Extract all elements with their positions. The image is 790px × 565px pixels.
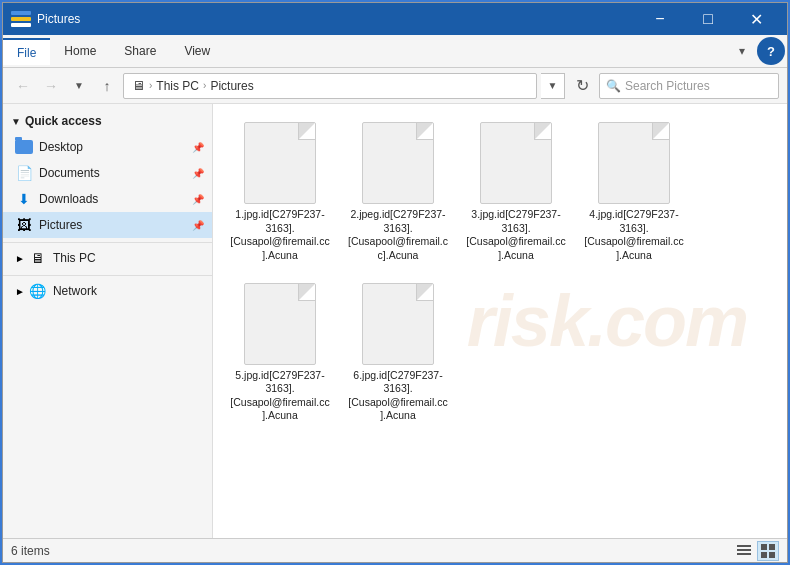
sidebar: ▼ Quick access Desktop 📌 📄 Documents 📌 [3, 104, 213, 538]
sidebar-divider-1 [3, 242, 212, 243]
file-icon [362, 122, 434, 204]
file-name: 6.jpg.id[C279F237-3163].[Cusapol@firemai… [347, 369, 449, 424]
desktop-label: Desktop [39, 140, 188, 154]
network-label: Network [53, 284, 204, 298]
address-dropdown-button[interactable]: ▼ [541, 73, 565, 99]
maximize-button[interactable]: □ [685, 3, 731, 35]
sidebar-item-pictures[interactable]: 🖼 Pictures 📌 [3, 212, 212, 238]
explorer-window: Pictures − □ ✕ File Home Share View ▾ ? … [2, 2, 788, 563]
pin-icon-4: 📌 [192, 220, 204, 231]
svg-rect-4 [769, 544, 775, 550]
view-buttons [733, 541, 779, 561]
back-button[interactable]: ← [11, 74, 35, 98]
svg-rect-5 [761, 552, 767, 558]
sidebar-section-this-pc: ► 🖥 This PC [3, 245, 212, 271]
sidebar-item-network[interactable]: ► 🌐 Network [3, 278, 212, 304]
main-content: ▼ Quick access Desktop 📌 📄 Documents 📌 [3, 104, 787, 538]
title-bar: Pictures − □ ✕ [3, 3, 787, 35]
file-item[interactable]: 1.jpg.id[C279F237-3163].[Cusapol@firemai… [225, 116, 335, 269]
svg-rect-0 [737, 545, 751, 547]
pin-icon-3: 📌 [192, 194, 204, 205]
file-item[interactable]: 2.jpeg.id[C279F237-3163].[Cusapool@firem… [343, 116, 453, 269]
pictures-icon: 🖼 [15, 216, 33, 234]
grid-view-icon [761, 544, 775, 558]
tab-share[interactable]: Share [110, 37, 170, 65]
file-icon [480, 122, 552, 204]
file-icon [244, 122, 316, 204]
list-view-button[interactable] [733, 541, 755, 561]
svg-rect-6 [769, 552, 775, 558]
file-icon [598, 122, 670, 204]
path-pictures[interactable]: Pictures [210, 79, 253, 93]
title-bar-controls: − □ ✕ [637, 3, 779, 35]
desktop-icon [15, 138, 33, 156]
downloads-label: Downloads [39, 192, 188, 206]
close-button[interactable]: ✕ [733, 3, 779, 35]
downloads-icon: ⬇ [15, 190, 33, 208]
svg-rect-1 [737, 549, 751, 551]
item-count: 6 items [11, 544, 50, 558]
pin-icon: 📌 [192, 142, 204, 153]
file-name: 5.jpg.id[C279F237-3163].[Cusapol@firemai… [229, 369, 331, 424]
sidebar-section-network: ► 🌐 Network [3, 278, 212, 304]
help-button[interactable]: ? [757, 37, 785, 65]
file-item[interactable]: 6.jpg.id[C279F237-3163].[Cusapol@firemai… [343, 277, 453, 430]
ribbon: File Home Share View ▾ ? [3, 35, 787, 68]
ribbon-tabs: File Home Share View [3, 37, 224, 65]
file-name: 2.jpeg.id[C279F237-3163].[Cusapool@firem… [347, 208, 449, 263]
sidebar-item-documents[interactable]: 📄 Documents 📌 [3, 160, 212, 186]
this-pc-label: This PC [53, 251, 204, 265]
pictures-label: Pictures [39, 218, 188, 232]
file-item[interactable]: 3.jpg.id[C279F237-3163].[Cusapol@firemai… [461, 116, 571, 269]
file-name: 4.jpg.id[C279F237-3163].[Cusapol@firemai… [583, 208, 685, 263]
list-view-icon [737, 544, 751, 558]
path-root-icon: 🖥 [132, 78, 145, 93]
grid-view-button[interactable] [757, 541, 779, 561]
file-icon [362, 283, 434, 365]
documents-icon: 📄 [15, 164, 33, 182]
up-button[interactable]: ↑ [95, 74, 119, 98]
refresh-button[interactable]: ↻ [569, 73, 595, 99]
file-name: 3.jpg.id[C279F237-3163].[Cusapol@firemai… [465, 208, 567, 263]
documents-label: Documents [39, 166, 188, 180]
file-item[interactable]: 4.jpg.id[C279F237-3163].[Cusapol@firemai… [579, 116, 689, 269]
sidebar-item-this-pc[interactable]: ► 🖥 This PC [3, 245, 212, 271]
file-area: risk.com 1.jpg.id[C279F237-3163].[Cusapo… [213, 104, 787, 538]
tab-home[interactable]: Home [50, 37, 110, 65]
title-bar-icon [11, 11, 31, 27]
path-this-pc[interactable]: This PC [156, 79, 199, 93]
quick-access-label: Quick access [25, 114, 102, 128]
tab-view[interactable]: View [170, 37, 224, 65]
this-pc-icon: 🖥 [29, 249, 47, 267]
sidebar-divider-2 [3, 275, 212, 276]
search-placeholder-text: Search Pictures [625, 79, 772, 93]
minimize-button[interactable]: − [637, 3, 683, 35]
search-icon: 🔍 [606, 79, 621, 93]
svg-rect-2 [737, 553, 751, 555]
svg-rect-3 [761, 544, 767, 550]
status-bar: 6 items [3, 538, 787, 562]
tab-file[interactable]: File [3, 38, 50, 65]
sidebar-item-downloads[interactable]: ⬇ Downloads 📌 [3, 186, 212, 212]
window-title: Pictures [37, 12, 637, 26]
search-box[interactable]: 🔍 Search Pictures [599, 73, 779, 99]
quick-access-header[interactable]: ▼ Quick access [3, 108, 212, 134]
ribbon-expand-button[interactable]: ▾ [729, 44, 755, 58]
sidebar-section-quick-access: ▼ Quick access Desktop 📌 📄 Documents 📌 [3, 108, 212, 238]
address-bar: ← → ▼ ↑ 🖥 › This PC › Pictures ▼ ↻ 🔍 Sea… [3, 68, 787, 104]
file-icon [244, 283, 316, 365]
file-name: 1.jpg.id[C279F237-3163].[Cusapol@firemai… [229, 208, 331, 263]
file-item[interactable]: 5.jpg.id[C279F237-3163].[Cusapol@firemai… [225, 277, 335, 430]
forward-button[interactable]: → [39, 74, 63, 98]
address-path[interactable]: 🖥 › This PC › Pictures [123, 73, 537, 99]
network-icon: 🌐 [29, 282, 47, 300]
files-grid: 1.jpg.id[C279F237-3163].[Cusapol@firemai… [221, 112, 779, 433]
pin-icon-2: 📌 [192, 168, 204, 179]
dropdown-nav-button[interactable]: ▼ [67, 74, 91, 98]
sidebar-item-desktop[interactable]: Desktop 📌 [3, 134, 212, 160]
